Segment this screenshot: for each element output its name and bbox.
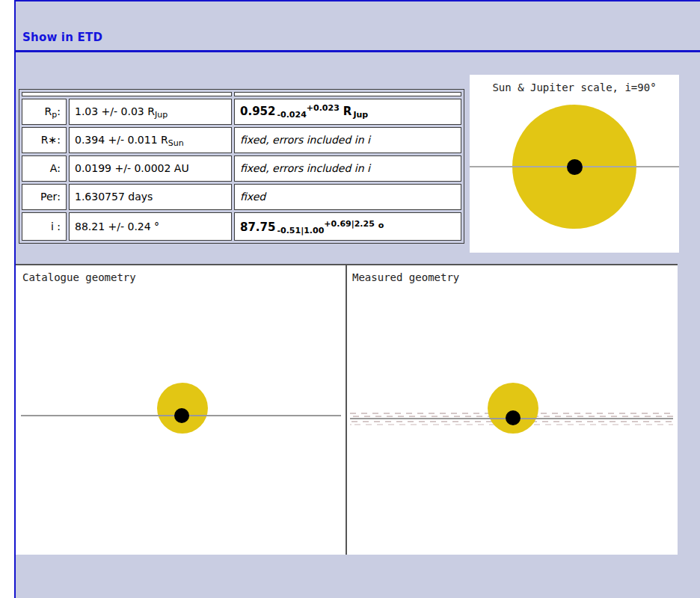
table-row-per: Per: 1.630757 days fixed	[22, 184, 461, 210]
catalogue-value-cell: 1.630757 days	[69, 184, 232, 210]
table-row-a: A: 0.0199 +/- 0.0002 AU fixed, errors in…	[22, 155, 461, 182]
etd-transit-page: Show in ETD Rp: 1.03 +/- 0.03 RJup 0.952…	[0, 0, 700, 598]
spacer-cell-left	[22, 92, 232, 96]
show-in-etd-link[interactable]: Show in ETD	[22, 31, 102, 44]
catalogue-geometry-title: Catalogue geometry	[22, 271, 136, 283]
catalogue-value-cell: 0.0199 +/- 0.0002 AU	[69, 155, 232, 182]
measured-value-cell: 0.952-0.024+0.023RJup	[234, 99, 461, 125]
measured-geometry-title: Measured geometry	[352, 271, 459, 283]
panel-divider	[346, 265, 347, 555]
parameters-table: Rp: 1.03 +/- 0.03 RJup 0.952-0.024+0.023…	[19, 89, 464, 244]
param-label-cell: Rp:	[22, 99, 67, 125]
catalogue-value-cell: 88.21 +/- 0.24 °	[69, 212, 232, 241]
spacer-cell-right	[234, 92, 461, 96]
param-label-cell: R∗:	[22, 127, 67, 153]
table-row-i: i : 88.21 +/- 0.24 ° 87.75-0.51|1.00+0.6…	[22, 212, 461, 241]
table-row-rstar: R∗: 0.394 +/- 0.011 RSun fixed, errors i…	[22, 127, 461, 153]
top-blue-border	[16, 0, 700, 1]
measured-value-cell: fixed	[234, 184, 461, 210]
sun-jupiter-scale-title: Sun & Jupiter scale, i=90°	[470, 81, 679, 93]
measured-value-cell: 87.75-0.51|1.00+0.69|2.25o	[234, 212, 461, 241]
measured-value-cell: fixed, errors included in i	[234, 127, 461, 153]
param-label-cell: A:	[22, 155, 67, 182]
measured-value-cell: fixed, errors included in i	[234, 155, 461, 182]
catalogue-value-cell: 1.03 +/- 0.03 RJup	[69, 99, 232, 125]
measured-star-disk	[488, 383, 538, 434]
measured-planet-dot	[506, 410, 521, 425]
catalogue-planet-dot	[174, 408, 189, 423]
geometry-panels: Catalogue geometry Measured geometry	[16, 264, 678, 555]
sun-jupiter-scale-panel: Sun & Jupiter scale, i=90°	[470, 75, 679, 253]
param-label-cell: Per:	[22, 184, 67, 210]
table-row-rp: Rp: 1.03 +/- 0.03 RJup 0.952-0.024+0.023…	[22, 99, 461, 125]
header-divider-line	[16, 50, 700, 52]
param-label-cell: i :	[22, 212, 67, 241]
jupiter-dot	[567, 159, 583, 175]
table-spacer-row	[22, 92, 461, 96]
catalogue-value-cell: 0.394 +/- 0.011 RSun	[69, 127, 232, 153]
